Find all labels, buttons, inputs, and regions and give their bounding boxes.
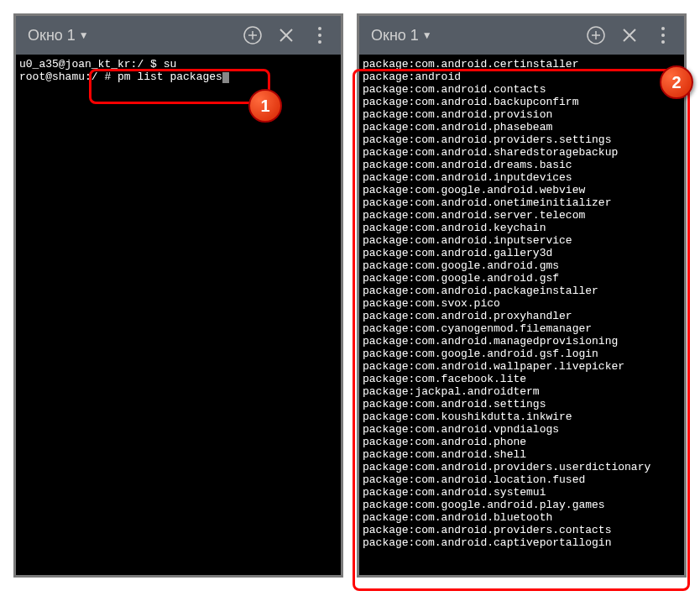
package-line: package:com.android.dreams.basic bbox=[363, 159, 681, 171]
package-line: package:com.google.android.webview bbox=[363, 184, 681, 196]
package-line: package:com.android.provision bbox=[363, 108, 681, 121]
package-line: package:jackpal.androidterm bbox=[363, 385, 681, 398]
terminal-window-1: Окно 1 ▼ bbox=[13, 13, 343, 578]
package-line: package:com.facebook.lite bbox=[363, 373, 681, 385]
package-line: package:com.koushikdutta.inkwire bbox=[363, 410, 681, 423]
close-tab-button[interactable] bbox=[277, 26, 295, 44]
package-line: package:com.android.inputservice bbox=[363, 234, 681, 247]
package-line: package:com.android.location.fused bbox=[363, 473, 681, 486]
window-tab-selector[interactable]: Окно 1 ▼ bbox=[371, 27, 432, 44]
package-line: package:com.android.shell bbox=[363, 448, 681, 461]
package-line: package:com.android.packageinstaller bbox=[363, 285, 681, 297]
package-line: package:com.android.backupconfirm bbox=[363, 96, 681, 108]
window-title: Окно 1 bbox=[28, 27, 76, 44]
package-line: package:com.android.inputdevices bbox=[363, 171, 681, 184]
cursor-icon bbox=[222, 72, 229, 83]
titlebar-1: Окно 1 ▼ bbox=[16, 16, 341, 55]
package-line: package:com.google.android.gsf.login bbox=[363, 348, 681, 360]
close-tab-button[interactable] bbox=[620, 26, 639, 44]
package-line: package:com.google.android.gsf bbox=[363, 272, 681, 285]
package-line: package:com.android.gallery3d bbox=[363, 247, 681, 259]
package-line: package:com.google.android.play.games bbox=[363, 499, 681, 511]
package-line: package:com.android.providers.settings bbox=[363, 133, 681, 146]
svg-point-7 bbox=[318, 40, 321, 44]
package-line: package:com.android.contacts bbox=[363, 83, 681, 96]
menu-button[interactable] bbox=[311, 26, 329, 44]
plus-circle-icon bbox=[587, 26, 605, 44]
package-line: package:com.google.android.gms bbox=[363, 259, 681, 272]
svg-point-15 bbox=[661, 40, 665, 44]
add-tab-button[interactable] bbox=[243, 26, 262, 44]
svg-point-6 bbox=[318, 34, 321, 37]
package-line: package:com.android.wallpaper.livepicker bbox=[363, 360, 681, 373]
svg-point-14 bbox=[661, 34, 665, 37]
chevron-down-icon: ▼ bbox=[422, 29, 432, 41]
package-line: package:com.android.server.telecom bbox=[363, 209, 681, 222]
terminal-window-2: Окно 1 ▼ bbox=[357, 13, 687, 578]
package-line: package:com.android.proxyhandler bbox=[363, 310, 681, 322]
titlebar-2: Окно 1 ▼ bbox=[359, 16, 684, 55]
plus-circle-icon bbox=[243, 26, 262, 44]
package-line: package:com.android.providers.contacts bbox=[363, 524, 681, 536]
chevron-down-icon: ▼ bbox=[79, 29, 89, 41]
package-line: package:com.android.bluetooth bbox=[363, 511, 681, 524]
package-line: package:com.android.systemui bbox=[363, 486, 681, 499]
svg-point-13 bbox=[661, 27, 665, 30]
menu-button[interactable] bbox=[654, 26, 672, 44]
kebab-menu-icon bbox=[317, 26, 322, 44]
package-line: package:com.android.providers.userdictio… bbox=[363, 461, 681, 473]
window-title: Окно 1 bbox=[371, 27, 419, 44]
package-line: package:com.android.phasebeam bbox=[363, 121, 681, 133]
window-tab-selector[interactable]: Окно 1 ▼ bbox=[28, 27, 89, 44]
kebab-menu-icon bbox=[661, 26, 666, 44]
terminal-line: root@shamu:/ # pm list packages bbox=[19, 71, 337, 83]
add-tab-button[interactable] bbox=[587, 26, 605, 44]
annotation-badge-2: 2 bbox=[660, 65, 693, 99]
close-icon bbox=[621, 27, 638, 44]
package-line: package:com.android.sharedstoragebackup bbox=[363, 146, 681, 159]
close-icon bbox=[278, 27, 295, 44]
package-line: package:com.android.captiveportallogin bbox=[363, 536, 681, 549]
svg-point-5 bbox=[318, 27, 321, 30]
package-line: package:com.android.onetimeinitializer bbox=[363, 196, 681, 209]
package-line: package:com.android.settings bbox=[363, 398, 681, 410]
package-line: package:com.android.certinstaller bbox=[363, 58, 681, 71]
package-line: package:com.cyanogenmod.filemanager bbox=[363, 322, 681, 335]
terminal-line: u0_a35@joan_kt_kr:/ $ su bbox=[19, 58, 337, 71]
package-line: package:com.android.managedprovisioning bbox=[363, 335, 681, 348]
terminal-output-2[interactable]: package:com.android.certinstallerpackage… bbox=[359, 55, 684, 575]
package-line: package:com.svox.pico bbox=[363, 297, 681, 310]
package-line: package:android bbox=[363, 71, 681, 83]
package-line: package:com.android.vpndialogs bbox=[363, 423, 681, 436]
annotation-badge-1: 1 bbox=[248, 89, 282, 123]
terminal-output-1[interactable]: u0_a35@joan_kt_kr:/ $ su root@shamu:/ # … bbox=[16, 55, 341, 575]
package-line: package:com.android.phone bbox=[363, 436, 681, 448]
package-line: package:com.android.keychain bbox=[363, 222, 681, 234]
